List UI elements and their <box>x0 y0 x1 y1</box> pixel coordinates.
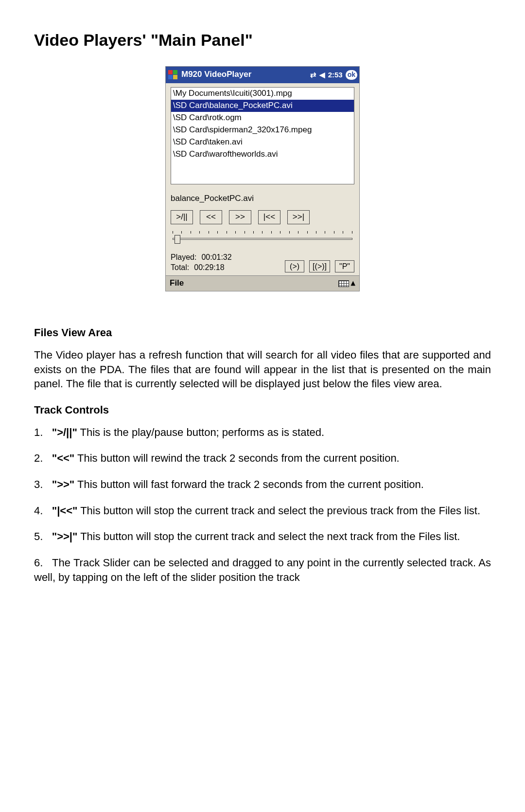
section-heading-track-controls: Track Controls <box>34 403 491 417</box>
section-heading-files-view: Files View Area <box>34 325 491 340</box>
list-item[interactable]: \SD Card\waroftheworlds.avi <box>171 148 354 161</box>
volume-icon: ◀ <box>319 70 325 80</box>
list-item[interactable]: \SD Card\taken.avi <box>171 136 354 148</box>
item-number: 3. <box>34 478 43 490</box>
p-button[interactable]: "P" <box>335 260 354 273</box>
list-item[interactable]: \SD Card\spiderman2_320x176.mpeg <box>171 124 354 136</box>
track-control-item-1: 1. ">/||" This is the play/pause button;… <box>34 425 491 440</box>
track-slider[interactable] <box>171 231 354 247</box>
pda-window: M920 VideoPlayer ⇄ ◀ 2:53 ok \My Documen… <box>165 66 360 291</box>
side-buttons: (>) [(>)] "P" <box>285 260 354 273</box>
current-file-label: balance_PocketPC.avi <box>171 193 354 204</box>
list-item[interactable]: \SD Card\balance_PocketPC.avi <box>171 100 354 112</box>
item-number: 6. <box>34 557 43 569</box>
item-text: This is the play/pause button; performs … <box>77 426 324 438</box>
item-text: This button will stop the current track … <box>77 530 460 542</box>
file-list[interactable]: \My Documents\Icuiti(3001).mpg \SD Card\… <box>171 87 354 184</box>
item-text: This button will fast forward the track … <box>74 478 424 490</box>
status-icons: ⇄ ◀ 2:53 ok <box>310 70 357 80</box>
screenshot-container: M920 VideoPlayer ⇄ ◀ 2:53 ok \My Documen… <box>34 66 491 291</box>
ok-button[interactable]: ok <box>346 70 357 80</box>
keyboard-toggle[interactable]: ▴ <box>338 278 355 289</box>
windows-flag-icon <box>168 70 178 80</box>
play-pause-button[interactable]: >/|| <box>171 210 193 224</box>
app-title: M920 VideoPlayer <box>181 69 251 80</box>
connectivity-icon: ⇄ <box>310 70 316 80</box>
file-menu[interactable]: File <box>170 278 184 289</box>
item-number: 2. <box>34 452 43 464</box>
item-number: 4. <box>34 505 43 517</box>
track-control-item-3: 3. ">>" This button will fast forward th… <box>34 477 491 492</box>
up-arrow-icon: ▴ <box>351 278 355 289</box>
track-control-item-2: 2. "<<" This button will rewind the trac… <box>34 451 491 466</box>
files-view-paragraph: The Video player has a refresh function … <box>34 348 491 391</box>
keyboard-icon <box>338 280 349 287</box>
time-text: Played: 00:01:32 Total: 00:29:18 <box>171 253 232 273</box>
forward-button[interactable]: >> <box>229 210 251 224</box>
item-text: This button will stop the current track … <box>77 505 480 517</box>
pda-bottombar: File ▴ <box>166 275 359 291</box>
slider-ticks <box>173 231 352 235</box>
loop-one-button[interactable]: (>) <box>285 260 304 273</box>
total-label: Total: <box>171 263 189 273</box>
item-symbol: "<<" <box>52 452 75 464</box>
page-title: Video Players' "Main Panel" <box>34 29 491 52</box>
item-symbol: ">/||" <box>52 426 77 438</box>
time-block: Played: 00:01:32 Total: 00:29:18 (>) [(>… <box>171 253 354 273</box>
loop-all-button[interactable]: [(>)] <box>309 260 330 273</box>
track-controls-row: >/|| << >> |<< >>| <box>171 210 354 224</box>
list-item[interactable]: \My Documents\Icuiti(3001).mpg <box>171 88 354 100</box>
item-symbol: ">>" <box>52 478 75 490</box>
slider-thumb[interactable] <box>175 235 180 244</box>
track-control-item-6: 6. The Track Slider can be selected and … <box>34 556 491 584</box>
played-label: Played: <box>171 253 196 263</box>
clock-text: 2:53 <box>328 70 343 80</box>
track-control-item-5: 5. ">>|" This button will stop the curre… <box>34 529 491 544</box>
item-symbol: ">>|" <box>52 530 78 542</box>
pda-titlebar: M920 VideoPlayer ⇄ ◀ 2:53 ok <box>166 67 359 83</box>
next-track-button[interactable]: >>| <box>287 210 310 224</box>
track-control-item-4: 4. "|<<" This button will stop the curre… <box>34 504 491 518</box>
played-value: 00:01:32 <box>201 253 231 263</box>
rewind-button[interactable]: << <box>200 210 222 224</box>
item-symbol: "|<<" <box>52 505 78 517</box>
item-text: The Track Slider can be selected and dra… <box>34 557 491 583</box>
prev-track-button[interactable]: |<< <box>258 210 280 224</box>
pda-body: \My Documents\Icuiti(3001).mpg \SD Card\… <box>166 83 359 275</box>
total-value: 00:29:18 <box>194 263 224 273</box>
slider-track <box>173 238 352 240</box>
item-number: 5. <box>34 530 43 542</box>
item-number: 1. <box>34 426 43 438</box>
item-text: This button will rewind the track 2 seco… <box>74 452 399 464</box>
list-item[interactable]: \SD Card\rotk.ogm <box>171 112 354 124</box>
